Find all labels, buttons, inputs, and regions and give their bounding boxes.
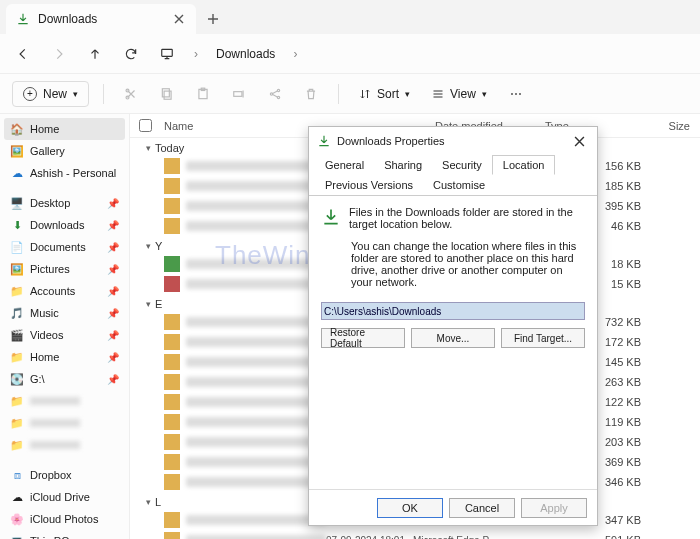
pin-icon: 📌	[107, 220, 119, 231]
find-target-button[interactable]: Find Target...	[501, 328, 585, 348]
tab-previous-versions[interactable]: Previous Versions	[315, 175, 423, 195]
close-tab-icon[interactable]	[172, 12, 186, 26]
pin-icon: 📌	[107, 308, 119, 319]
file-icon	[164, 178, 180, 194]
pin-icon: 📌	[107, 374, 119, 385]
pin-icon: 📌	[107, 330, 119, 341]
chevron-right-icon: ›	[293, 47, 297, 61]
dialog-info1: Files in the Downloads folder are stored…	[349, 206, 585, 230]
view-icon	[432, 88, 444, 100]
file-icon	[164, 474, 180, 490]
titlebar: Downloads	[0, 0, 700, 34]
desktop-icon: 🖥️	[10, 196, 24, 210]
sidebar-item-documents[interactable]: 📄Documents📌	[4, 236, 125, 258]
tab-security[interactable]: Security	[432, 155, 492, 175]
svg-point-8	[270, 92, 272, 94]
tab-general[interactable]: General	[315, 155, 374, 175]
new-button[interactable]: + New ▾	[12, 81, 89, 107]
sort-button[interactable]: Sort ▾	[353, 81, 416, 107]
select-all-checkbox[interactable]	[139, 119, 152, 132]
svg-rect-3	[164, 91, 171, 99]
sidebar-item-thispc[interactable]: 💻This PC	[4, 530, 125, 539]
move-button[interactable]: Move...	[411, 328, 495, 348]
navbar: › Downloads ›	[0, 34, 700, 74]
sidebar-item-onedrive[interactable]: ☁Ashish - Personal	[4, 162, 125, 184]
window-tab[interactable]: Downloads	[6, 4, 196, 34]
plus-icon: +	[23, 87, 37, 101]
tab-location[interactable]: Location	[492, 155, 556, 175]
new-tab-button[interactable]	[196, 4, 230, 34]
file-icon	[164, 198, 180, 214]
sidebar-item-music[interactable]: 🎵Music📌	[4, 302, 125, 324]
sidebar-item-videos[interactable]: 🎬Videos📌	[4, 324, 125, 346]
sidebar-item-folder3[interactable]: 📁	[4, 434, 125, 456]
sidebar-item-accounts[interactable]: 📁Accounts📌	[4, 280, 125, 302]
sidebar: 🏠Home 🖼️Gallery ☁Ashish - Personal 🖥️Des…	[0, 114, 130, 539]
properties-dialog: Downloads Properties General Sharing Sec…	[308, 126, 598, 526]
up-button[interactable]	[86, 45, 104, 63]
chevron-down-icon: ▾	[482, 89, 487, 99]
delete-icon[interactable]	[298, 81, 324, 107]
dropbox-icon: ⧈	[10, 468, 24, 482]
sidebar-item-desktop[interactable]: 🖥️Desktop📌	[4, 192, 125, 214]
tab-sharing[interactable]: Sharing	[374, 155, 432, 175]
svg-point-10	[277, 96, 279, 98]
sidebar-item-folder2[interactable]: 📁	[4, 412, 125, 434]
file-icon	[164, 512, 180, 528]
file-icon	[164, 394, 180, 410]
paste-icon[interactable]	[190, 81, 216, 107]
file-icon	[164, 158, 180, 174]
file-icon	[164, 276, 180, 292]
rename-icon[interactable]	[226, 81, 252, 107]
cut-icon[interactable]	[118, 81, 144, 107]
tab-customise[interactable]: Customise	[423, 175, 495, 195]
sidebar-item-icloud-photos[interactable]: 🌸iCloud Photos	[4, 508, 125, 530]
music-icon: 🎵	[10, 306, 24, 320]
sidebar-item-home[interactable]: 🏠Home	[4, 118, 125, 140]
file-icon	[164, 314, 180, 330]
ok-button[interactable]: OK	[377, 498, 443, 518]
download-arrow-icon	[16, 12, 30, 26]
folder-icon: 📁	[10, 394, 24, 408]
restore-default-button[interactable]: Restore Default	[321, 328, 405, 348]
gallery-icon: 🖼️	[10, 144, 24, 158]
location-path-input[interactable]	[321, 302, 585, 320]
back-button[interactable]	[14, 45, 32, 63]
view-button[interactable]: View ▾	[426, 81, 493, 107]
sidebar-item-gdrive[interactable]: 💽G:\📌	[4, 368, 125, 390]
pin-icon: 📌	[107, 286, 119, 297]
dialog-info2: You can change the location where files …	[321, 240, 585, 288]
col-size[interactable]: Size	[640, 120, 700, 132]
sidebar-item-home2[interactable]: 📁Home📌	[4, 346, 125, 368]
tab-label: Downloads	[38, 12, 164, 26]
chevron-down-icon: ▾	[73, 89, 78, 99]
dialog-close-button[interactable]	[569, 131, 589, 151]
monitor-icon[interactable]	[158, 45, 176, 63]
copy-icon[interactable]	[154, 81, 180, 107]
dialog-tabs: General Sharing Security Location Previo…	[309, 155, 597, 196]
new-label: New	[43, 87, 67, 101]
document-icon: 📄	[10, 240, 24, 254]
forward-button[interactable]	[50, 45, 68, 63]
file-icon	[164, 334, 180, 350]
folder-icon: 📁	[10, 350, 24, 364]
refresh-button[interactable]	[122, 45, 140, 63]
sidebar-item-icloud-drive[interactable]: ☁iCloud Drive	[4, 486, 125, 508]
share-icon[interactable]	[262, 81, 288, 107]
more-button[interactable]: ⋯	[503, 81, 529, 107]
file-icon	[164, 454, 180, 470]
sort-icon	[359, 88, 371, 100]
sidebar-item-gallery[interactable]: 🖼️Gallery	[4, 140, 125, 162]
apply-button[interactable]: Apply	[521, 498, 587, 518]
breadcrumb-downloads[interactable]: Downloads	[216, 47, 275, 61]
sidebar-item-pictures[interactable]: 🖼️Pictures📌	[4, 258, 125, 280]
cloud-icon: ☁	[10, 490, 24, 504]
cancel-button[interactable]: Cancel	[449, 498, 515, 518]
file-row[interactable]: 07-09-2024 18:01Microsoft Edge P...591 K…	[130, 530, 700, 539]
chevron-down-icon: ▾	[146, 497, 151, 507]
sidebar-item-downloads[interactable]: ⬇Downloads📌	[4, 214, 125, 236]
download-arrow-icon	[321, 206, 341, 228]
sidebar-item-dropbox[interactable]: ⧈Dropbox	[4, 464, 125, 486]
sidebar-item-folder1[interactable]: 📁	[4, 390, 125, 412]
file-icon	[164, 374, 180, 390]
